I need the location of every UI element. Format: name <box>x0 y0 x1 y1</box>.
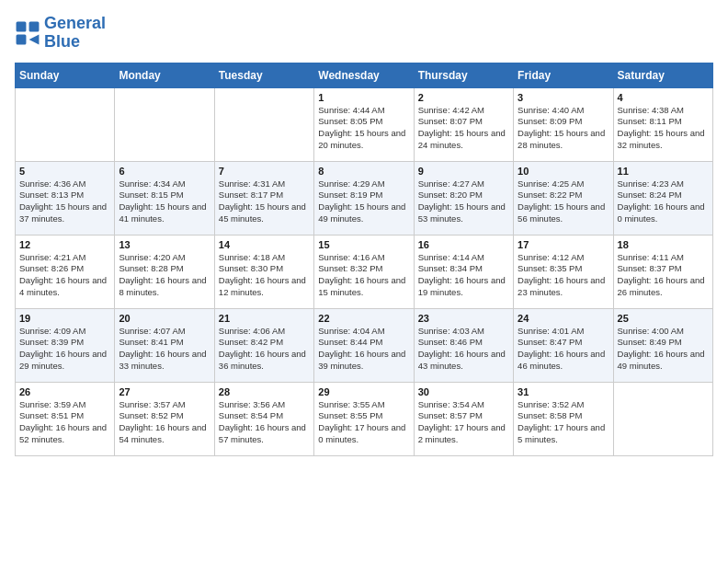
svg-rect-1 <box>29 21 40 31</box>
day-cell: 17Sunrise: 4:12 AMSunset: 8:35 PMDayligh… <box>514 235 613 308</box>
calendar-table: SundayMondayTuesdayWednesdayThursdayFrid… <box>15 63 713 456</box>
day-details: Sunrise: 4:34 AMSunset: 8:15 PMDaylight:… <box>119 178 210 225</box>
day-number: 12 <box>19 239 110 250</box>
day-number: 2 <box>418 92 509 103</box>
col-header-thursday: Thursday <box>414 63 513 87</box>
day-details: Sunrise: 3:52 AMSunset: 8:58 PMDaylight:… <box>518 399 609 446</box>
day-cell: 6Sunrise: 4:34 AMSunset: 8:15 PMDaylight… <box>115 161 214 235</box>
day-number: 15 <box>318 239 409 250</box>
day-number: 4 <box>618 92 709 103</box>
day-number: 21 <box>219 313 310 324</box>
day-cell: 23Sunrise: 4:03 AMSunset: 8:46 PMDayligh… <box>414 308 513 382</box>
day-details: Sunrise: 3:55 AMSunset: 8:55 PMDaylight:… <box>318 399 409 446</box>
day-details: Sunrise: 4:21 AMSunset: 8:26 PMDaylight:… <box>19 252 110 299</box>
day-number: 3 <box>518 92 609 103</box>
day-details: Sunrise: 4:14 AMSunset: 8:34 PMDaylight:… <box>418 252 509 299</box>
day-number: 22 <box>318 313 409 324</box>
col-header-monday: Monday <box>115 63 214 87</box>
day-cell: 24Sunrise: 4:01 AMSunset: 8:47 PMDayligh… <box>514 308 613 382</box>
day-number: 8 <box>318 166 409 177</box>
day-cell: 10Sunrise: 4:25 AMSunset: 8:22 PMDayligh… <box>514 161 613 235</box>
day-number: 18 <box>618 239 709 250</box>
day-number: 19 <box>19 313 110 324</box>
day-details: Sunrise: 4:38 AMSunset: 8:11 PMDaylight:… <box>618 105 709 152</box>
day-number: 5 <box>19 166 110 177</box>
day-number: 25 <box>618 313 709 324</box>
day-details: Sunrise: 4:20 AMSunset: 8:28 PMDaylight:… <box>119 252 210 299</box>
day-cell: 3Sunrise: 4:40 AMSunset: 8:09 PMDaylight… <box>514 87 613 161</box>
day-cell: 15Sunrise: 4:16 AMSunset: 8:32 PMDayligh… <box>314 235 414 308</box>
day-cell: 11Sunrise: 4:23 AMSunset: 8:24 PMDayligh… <box>613 161 712 235</box>
day-cell: 21Sunrise: 4:06 AMSunset: 8:42 PMDayligh… <box>214 308 313 382</box>
col-header-tuesday: Tuesday <box>214 63 313 87</box>
svg-rect-0 <box>17 21 27 31</box>
day-number: 1 <box>318 92 409 103</box>
day-details: Sunrise: 4:00 AMSunset: 8:49 PMDaylight:… <box>618 326 709 373</box>
header-row: SundayMondayTuesdayWednesdayThursdayFrid… <box>16 63 713 87</box>
day-number: 6 <box>119 166 210 177</box>
day-number: 20 <box>119 313 210 324</box>
col-header-friday: Friday <box>514 63 613 87</box>
day-number: 13 <box>119 239 210 250</box>
day-cell <box>16 87 115 161</box>
week-row-5: 26Sunrise: 3:59 AMSunset: 8:51 PMDayligh… <box>16 382 713 455</box>
col-header-sunday: Sunday <box>16 63 115 87</box>
day-details: Sunrise: 4:25 AMSunset: 8:22 PMDaylight:… <box>518 178 609 225</box>
day-cell: 22Sunrise: 4:04 AMSunset: 8:44 PMDayligh… <box>314 308 414 382</box>
day-cell: 2Sunrise: 4:42 AMSunset: 8:07 PMDaylight… <box>414 87 513 161</box>
day-details: Sunrise: 4:09 AMSunset: 8:39 PMDaylight:… <box>19 326 110 373</box>
day-number: 28 <box>219 386 310 397</box>
day-cell: 19Sunrise: 4:09 AMSunset: 8:39 PMDayligh… <box>16 308 115 382</box>
day-number: 10 <box>518 166 609 177</box>
logo-subtext: Blue <box>44 33 106 52</box>
day-number: 27 <box>119 386 210 397</box>
day-cell: 29Sunrise: 3:55 AMSunset: 8:55 PMDayligh… <box>314 382 414 455</box>
week-row-1: 1Sunrise: 4:44 AMSunset: 8:05 PMDaylight… <box>16 87 713 161</box>
day-details: Sunrise: 4:31 AMSunset: 8:17 PMDaylight:… <box>219 178 310 225</box>
day-cell: 8Sunrise: 4:29 AMSunset: 8:19 PMDaylight… <box>314 161 414 235</box>
day-details: Sunrise: 4:07 AMSunset: 8:41 PMDaylight:… <box>119 326 210 373</box>
day-cell: 12Sunrise: 4:21 AMSunset: 8:26 PMDayligh… <box>16 235 115 308</box>
day-details: Sunrise: 4:03 AMSunset: 8:46 PMDaylight:… <box>418 326 509 373</box>
day-cell <box>613 382 712 455</box>
day-details: Sunrise: 4:40 AMSunset: 8:09 PMDaylight:… <box>518 105 609 152</box>
day-details: Sunrise: 4:16 AMSunset: 8:32 PMDaylight:… <box>318 252 409 299</box>
day-details: Sunrise: 3:57 AMSunset: 8:52 PMDaylight:… <box>119 399 210 446</box>
day-number: 31 <box>518 386 609 397</box>
day-number: 24 <box>518 313 609 324</box>
logo-icon <box>15 20 40 46</box>
day-cell: 5Sunrise: 4:36 AMSunset: 8:13 PMDaylight… <box>16 161 115 235</box>
day-details: Sunrise: 4:23 AMSunset: 8:24 PMDaylight:… <box>618 178 709 225</box>
svg-rect-2 <box>17 34 27 44</box>
day-number: 30 <box>418 386 509 397</box>
day-details: Sunrise: 4:27 AMSunset: 8:20 PMDaylight:… <box>418 178 509 225</box>
svg-marker-3 <box>29 34 40 44</box>
day-cell: 4Sunrise: 4:38 AMSunset: 8:11 PMDaylight… <box>613 87 712 161</box>
day-details: Sunrise: 4:04 AMSunset: 8:44 PMDaylight:… <box>318 326 409 373</box>
day-details: Sunrise: 4:42 AMSunset: 8:07 PMDaylight:… <box>418 105 509 152</box>
day-number: 23 <box>418 313 509 324</box>
week-row-2: 5Sunrise: 4:36 AMSunset: 8:13 PMDaylight… <box>16 161 713 235</box>
day-details: Sunrise: 4:06 AMSunset: 8:42 PMDaylight:… <box>219 326 310 373</box>
day-cell: 13Sunrise: 4:20 AMSunset: 8:28 PMDayligh… <box>115 235 214 308</box>
day-cell <box>115 87 214 161</box>
day-details: Sunrise: 4:12 AMSunset: 8:35 PMDaylight:… <box>518 252 609 299</box>
day-cell: 31Sunrise: 3:52 AMSunset: 8:58 PMDayligh… <box>514 382 613 455</box>
day-cell: 16Sunrise: 4:14 AMSunset: 8:34 PMDayligh… <box>414 235 513 308</box>
day-cell: 26Sunrise: 3:59 AMSunset: 8:51 PMDayligh… <box>16 382 115 455</box>
day-number: 17 <box>518 239 609 250</box>
col-header-saturday: Saturday <box>613 63 712 87</box>
day-cell: 7Sunrise: 4:31 AMSunset: 8:17 PMDaylight… <box>214 161 313 235</box>
day-cell: 14Sunrise: 4:18 AMSunset: 8:30 PMDayligh… <box>214 235 313 308</box>
day-cell: 30Sunrise: 3:54 AMSunset: 8:57 PMDayligh… <box>414 382 513 455</box>
logo-text: General <box>44 15 106 33</box>
day-number: 11 <box>618 166 709 177</box>
page-header: General Blue <box>15 15 713 52</box>
day-cell: 28Sunrise: 3:56 AMSunset: 8:54 PMDayligh… <box>214 382 313 455</box>
day-details: Sunrise: 4:44 AMSunset: 8:05 PMDaylight:… <box>318 105 409 152</box>
week-row-4: 19Sunrise: 4:09 AMSunset: 8:39 PMDayligh… <box>16 308 713 382</box>
day-cell: 25Sunrise: 4:00 AMSunset: 8:49 PMDayligh… <box>613 308 712 382</box>
week-row-3: 12Sunrise: 4:21 AMSunset: 8:26 PMDayligh… <box>16 235 713 308</box>
day-details: Sunrise: 3:54 AMSunset: 8:57 PMDaylight:… <box>418 399 509 446</box>
day-cell: 27Sunrise: 3:57 AMSunset: 8:52 PMDayligh… <box>115 382 214 455</box>
